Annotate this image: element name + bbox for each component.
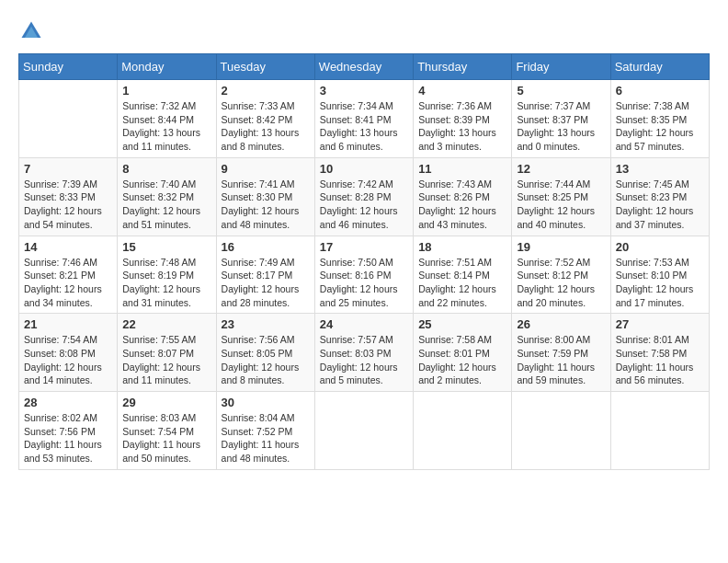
calendar-cell [19,80,118,158]
day-number: 16 [222,240,310,254]
day-detail: Sunrise: 7:45 AM Sunset: 8:23 PM Dayligh… [616,178,704,232]
col-header-tuesday: Tuesday [216,54,314,80]
calendar-header-row: SundayMondayTuesdayWednesdayThursdayFrid… [19,54,710,80]
calendar-cell: 14Sunrise: 7:46 AM Sunset: 8:21 PM Dayli… [19,236,118,314]
day-detail: Sunrise: 7:51 AM Sunset: 8:14 PM Dayligh… [418,256,506,310]
day-detail: Sunrise: 7:48 AM Sunset: 8:19 PM Dayligh… [122,256,210,310]
calendar-cell: 27Sunrise: 8:01 AM Sunset: 7:58 PM Dayli… [610,314,709,392]
day-detail: Sunrise: 7:52 AM Sunset: 8:12 PM Dayligh… [517,256,605,310]
calendar-cell [314,392,413,470]
day-number: 4 [418,84,506,98]
day-number: 7 [24,162,112,176]
calendar-cell: 19Sunrise: 7:52 AM Sunset: 8:12 PM Dayli… [512,236,610,314]
col-header-saturday: Saturday [610,54,709,80]
day-detail: Sunrise: 7:40 AM Sunset: 8:32 PM Dayligh… [122,178,210,232]
calendar-cell: 28Sunrise: 8:02 AM Sunset: 7:56 PM Dayli… [19,392,118,470]
day-number: 10 [320,162,408,176]
day-number: 28 [24,396,112,409]
calendar-cell: 3Sunrise: 7:34 AM Sunset: 8:41 PM Daylig… [314,80,413,158]
col-header-wednesday: Wednesday [314,54,413,80]
day-number: 12 [517,162,605,176]
calendar-cell: 21Sunrise: 7:54 AM Sunset: 8:08 PM Dayli… [19,314,118,392]
logo [18,18,48,44]
calendar-cell: 4Sunrise: 7:36 AM Sunset: 8:39 PM Daylig… [414,80,512,158]
calendar-cell: 22Sunrise: 7:55 AM Sunset: 8:07 PM Dayli… [118,314,216,392]
day-number: 26 [517,317,605,331]
day-detail: Sunrise: 7:58 AM Sunset: 8:01 PM Dayligh… [418,333,506,387]
day-number: 24 [320,317,408,331]
day-number: 30 [222,396,310,409]
calendar-week-row: 14Sunrise: 7:46 AM Sunset: 8:21 PM Dayli… [19,236,710,314]
calendar-table: SundayMondayTuesdayWednesdayThursdayFrid… [18,53,710,470]
calendar-cell: 24Sunrise: 7:57 AM Sunset: 8:03 PM Dayli… [314,314,413,392]
day-number: 29 [122,396,210,409]
calendar-cell: 2Sunrise: 7:33 AM Sunset: 8:42 PM Daylig… [216,80,314,158]
day-detail: Sunrise: 7:49 AM Sunset: 8:17 PM Dayligh… [222,256,310,310]
day-number: 19 [517,240,605,254]
col-header-thursday: Thursday [414,54,512,80]
day-detail: Sunrise: 7:36 AM Sunset: 8:39 PM Dayligh… [418,99,506,154]
day-detail: Sunrise: 7:39 AM Sunset: 8:33 PM Dayligh… [24,178,112,232]
calendar-cell: 10Sunrise: 7:42 AM Sunset: 8:28 PM Dayli… [314,157,413,236]
calendar-cell: 12Sunrise: 7:44 AM Sunset: 8:25 PM Dayli… [512,157,610,236]
day-number: 13 [616,162,704,176]
page-header [18,18,710,44]
day-number: 2 [222,84,310,98]
day-number: 15 [122,240,210,254]
calendar-week-row: 28Sunrise: 8:02 AM Sunset: 7:56 PM Dayli… [19,392,710,470]
day-detail: Sunrise: 7:43 AM Sunset: 8:26 PM Dayligh… [418,178,506,232]
day-number: 20 [616,240,704,254]
calendar-cell: 30Sunrise: 8:04 AM Sunset: 7:52 PM Dayli… [216,392,314,470]
calendar-week-row: 7Sunrise: 7:39 AM Sunset: 8:33 PM Daylig… [19,157,710,236]
calendar-cell: 26Sunrise: 8:00 AM Sunset: 7:59 PM Dayli… [512,314,610,392]
calendar-cell [512,392,610,470]
day-detail: Sunrise: 7:46 AM Sunset: 8:21 PM Dayligh… [24,256,112,310]
day-number: 1 [122,84,210,98]
day-number: 22 [122,317,210,331]
day-detail: Sunrise: 7:44 AM Sunset: 8:25 PM Dayligh… [517,178,605,232]
day-detail: Sunrise: 7:53 AM Sunset: 8:10 PM Dayligh… [616,256,704,310]
day-number: 11 [418,162,506,176]
calendar-cell [414,392,512,470]
calendar-cell: 15Sunrise: 7:48 AM Sunset: 8:19 PM Dayli… [118,236,216,314]
day-number: 8 [122,162,210,176]
calendar-cell: 17Sunrise: 7:50 AM Sunset: 8:16 PM Dayli… [314,236,413,314]
day-detail: Sunrise: 8:03 AM Sunset: 7:54 PM Dayligh… [122,411,210,465]
calendar-cell: 29Sunrise: 8:03 AM Sunset: 7:54 PM Dayli… [118,392,216,470]
day-detail: Sunrise: 7:54 AM Sunset: 8:08 PM Dayligh… [24,333,112,387]
calendar-cell: 1Sunrise: 7:32 AM Sunset: 8:44 PM Daylig… [118,80,216,158]
day-number: 21 [24,317,112,331]
calendar-cell: 25Sunrise: 7:58 AM Sunset: 8:01 PM Dayli… [414,314,512,392]
day-detail: Sunrise: 7:34 AM Sunset: 8:41 PM Dayligh… [320,99,408,154]
logo-icon [18,18,44,44]
day-detail: Sunrise: 7:57 AM Sunset: 8:03 PM Dayligh… [320,333,408,387]
col-header-sunday: Sunday [19,54,118,80]
day-detail: Sunrise: 7:41 AM Sunset: 8:30 PM Dayligh… [222,178,310,232]
day-detail: Sunrise: 7:50 AM Sunset: 8:16 PM Dayligh… [320,256,408,310]
calendar-cell: 20Sunrise: 7:53 AM Sunset: 8:10 PM Dayli… [610,236,709,314]
day-detail: Sunrise: 8:02 AM Sunset: 7:56 PM Dayligh… [24,411,112,465]
day-detail: Sunrise: 7:32 AM Sunset: 8:44 PM Dayligh… [122,99,210,154]
day-number: 17 [320,240,408,254]
calendar-cell: 8Sunrise: 7:40 AM Sunset: 8:32 PM Daylig… [118,157,216,236]
day-detail: Sunrise: 7:55 AM Sunset: 8:07 PM Dayligh… [122,333,210,387]
day-detail: Sunrise: 8:01 AM Sunset: 7:58 PM Dayligh… [616,333,704,387]
calendar-cell: 9Sunrise: 7:41 AM Sunset: 8:30 PM Daylig… [216,157,314,236]
calendar-cell: 16Sunrise: 7:49 AM Sunset: 8:17 PM Dayli… [216,236,314,314]
calendar-cell [610,392,709,470]
calendar-cell: 6Sunrise: 7:38 AM Sunset: 8:35 PM Daylig… [610,80,709,158]
day-number: 5 [517,84,605,98]
day-detail: Sunrise: 7:42 AM Sunset: 8:28 PM Dayligh… [320,178,408,232]
day-detail: Sunrise: 7:33 AM Sunset: 8:42 PM Dayligh… [222,99,310,154]
day-number: 14 [24,240,112,254]
day-detail: Sunrise: 7:56 AM Sunset: 8:05 PM Dayligh… [222,333,310,387]
day-detail: Sunrise: 8:00 AM Sunset: 7:59 PM Dayligh… [517,333,605,387]
calendar-cell: 23Sunrise: 7:56 AM Sunset: 8:05 PM Dayli… [216,314,314,392]
day-detail: Sunrise: 7:37 AM Sunset: 8:37 PM Dayligh… [517,99,605,154]
day-number: 9 [222,162,310,176]
calendar-week-row: 21Sunrise: 7:54 AM Sunset: 8:08 PM Dayli… [19,314,710,392]
day-detail: Sunrise: 7:38 AM Sunset: 8:35 PM Dayligh… [616,99,704,154]
calendar-cell: 11Sunrise: 7:43 AM Sunset: 8:26 PM Dayli… [414,157,512,236]
day-number: 23 [222,317,310,331]
calendar-cell: 5Sunrise: 7:37 AM Sunset: 8:37 PM Daylig… [512,80,610,158]
